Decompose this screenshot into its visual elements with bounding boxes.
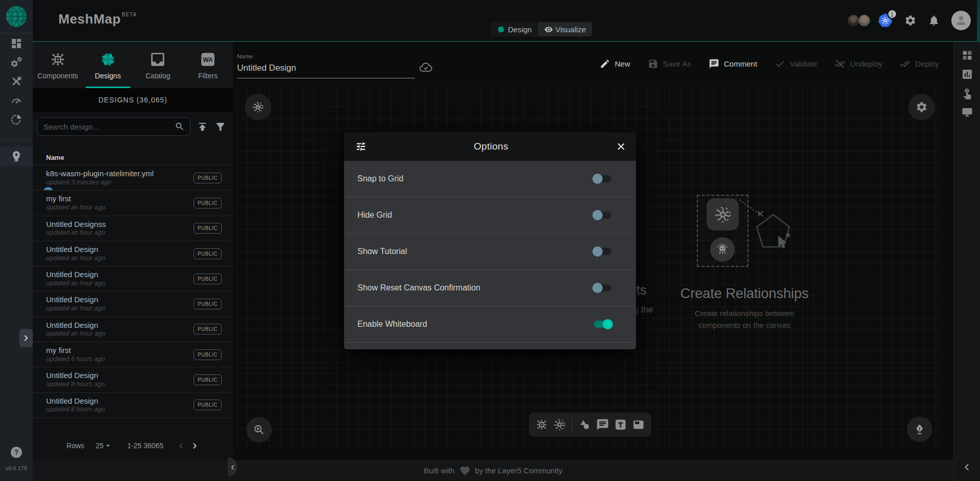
- action-comment[interactable]: Comment: [709, 58, 757, 69]
- options-modal-title: Options: [367, 141, 615, 152]
- save-icon: [648, 58, 658, 69]
- collaborator-peek-avatar: [43, 187, 53, 191]
- wa-icon: [199, 51, 217, 68]
- left-rail: ? v0.6.176: [0, 0, 33, 481]
- dock-k8s-button[interactable]: [553, 418, 566, 431]
- toggle-hide-grid[interactable]: [594, 212, 611, 219]
- filter-icon[interactable]: [215, 121, 226, 133]
- mode-design[interactable]: Design: [491, 22, 538, 36]
- clipped-hint-text-1: ts: [636, 283, 646, 298]
- search-box[interactable]: [37, 117, 190, 136]
- top-header: MeshMapBETA DesignVisualize 1: [33, 0, 980, 41]
- right-rail-chart-button[interactable]: [961, 68, 973, 80]
- comment-icon: [596, 418, 609, 431]
- prev-page-button[interactable]: [177, 442, 185, 450]
- rail-item-meshmap-pin[interactable]: [0, 147, 33, 166]
- toggle-show-reset-canvas-confirmation[interactable]: [594, 284, 611, 291]
- design-row[interactable]: Untitled Design updated an hour ago PUBL…: [33, 266, 233, 291]
- design-row[interactable]: Untitled Design updated an hour ago PUBL…: [33, 317, 233, 342]
- service-node: [710, 237, 735, 262]
- dblcheck-icon: [900, 58, 910, 69]
- page-size-select[interactable]: 25: [96, 441, 113, 450]
- next-page-button[interactable]: [190, 442, 199, 450]
- settings-button[interactable]: [904, 14, 917, 27]
- action-new[interactable]: New: [600, 58, 630, 69]
- kubernetes-context-badge: 1: [887, 9, 897, 19]
- help-icon[interactable]: ?: [11, 447, 22, 458]
- notifications-button[interactable]: [928, 14, 940, 27]
- collaborator-avatar-2[interactable]: [859, 15, 870, 26]
- rail-item-configuration[interactable]: [0, 75, 33, 88]
- design-row[interactable]: my first updated an hour ago PUBLIC: [33, 191, 233, 216]
- options-modal-header: Options: [344, 132, 636, 161]
- tab-catalog[interactable]: Catalog: [133, 42, 183, 88]
- design-row[interactable]: Untitled Design updated an hour ago PUBL…: [33, 241, 233, 266]
- design-row[interactable]: Untitled Design updated 8 hours ago PUBL…: [33, 393, 233, 418]
- footer-text-prefix: Built with: [424, 466, 455, 475]
- collapse-right-rail-button[interactable]: [962, 462, 972, 472]
- hint-subtitle: Create relationships between components …: [678, 307, 811, 331]
- dock-image-button[interactable]: [632, 418, 645, 431]
- rail-item-extensions[interactable]: [0, 113, 33, 126]
- touch-icon: [961, 87, 973, 99]
- option-row: Enable Whiteboard: [344, 306, 636, 343]
- design-row[interactable]: k8s-wasm-plugin-ratelimiter.yml updated …: [33, 165, 233, 191]
- rail-item-performance[interactable]: [0, 94, 33, 107]
- design-name-label: Name: [237, 53, 415, 59]
- mode-toggle: DesignVisualize: [491, 22, 592, 36]
- user-avatar[interactable]: [951, 11, 971, 30]
- layer5-logo[interactable]: [0, 0, 33, 33]
- tab-filters[interactable]: Filters: [183, 42, 233, 88]
- option-row: Show Tutorial: [344, 234, 636, 270]
- rail-item-dashboard[interactable]: [0, 37, 33, 50]
- right-rail-touch-button[interactable]: [961, 87, 973, 99]
- design-row[interactable]: Untitled Designss updated an hour ago PU…: [33, 216, 233, 241]
- mode-visualize[interactable]: Visualize: [538, 22, 592, 36]
- comment-icon: [709, 58, 719, 69]
- whiteboard-pen-button[interactable]: [907, 416, 932, 442]
- pagination-range: 1-25 36065: [127, 442, 163, 450]
- image-icon: [632, 418, 645, 431]
- design-row[interactable]: my first updated 6 hours ago PUBLIC: [33, 342, 233, 367]
- canvas-settings-button[interactable]: [908, 94, 935, 120]
- dock-shapes-button[interactable]: [578, 418, 591, 431]
- canvas-actions: New Save As Comment Validate Undeploy De…: [600, 58, 939, 69]
- tab-components[interactable]: Components: [33, 42, 83, 88]
- design-row[interactable]: Untitled Design updated an hour ago PUBL…: [33, 291, 233, 317]
- action-undeploy[interactable]: Undeploy: [835, 58, 882, 69]
- search-input[interactable]: [44, 122, 175, 131]
- canvas-dock: [529, 412, 651, 437]
- dock-components-button[interactable]: [535, 418, 548, 431]
- spiral-icon: [497, 25, 505, 34]
- kubernetes-canvas-button[interactable]: [245, 94, 271, 120]
- meshmap-pin-icon: [10, 150, 23, 162]
- right-rail-grid4-button[interactable]: [961, 49, 973, 61]
- zoom-button[interactable]: [246, 417, 272, 443]
- tune-icon: [355, 141, 367, 152]
- pagination: Rows 25 1-25 36065: [33, 435, 233, 456]
- collaborator-avatars[interactable]: [848, 14, 870, 27]
- import-design-icon[interactable]: [197, 121, 208, 133]
- toggle-snap-to-grid[interactable]: [594, 175, 611, 182]
- toggle-enable-whiteboard[interactable]: [594, 321, 611, 328]
- designs-panel: Components Designs Catalog Filters DESIG…: [33, 42, 233, 460]
- dock-comment-button[interactable]: [596, 418, 609, 431]
- toggle-show-tutorial[interactable]: [594, 248, 611, 255]
- action-save-as[interactable]: Save As: [648, 58, 691, 69]
- dock-text-button[interactable]: [614, 418, 627, 431]
- action-validate[interactable]: Validate: [775, 58, 817, 69]
- rail-item-lifecycle[interactable]: [0, 56, 33, 69]
- close-icon[interactable]: [615, 141, 627, 152]
- kubernetes-context-button[interactable]: 1: [878, 13, 893, 28]
- pentagon-shape: [753, 211, 794, 252]
- design-row[interactable]: Untitled Design updated 8 hours ago PUBL…: [33, 367, 233, 392]
- section-title: DESIGNS (36,065): [33, 88, 233, 112]
- design-name-input[interactable]: [237, 59, 415, 78]
- right-rail-monitor-button[interactable]: [961, 106, 973, 118]
- tab-designs[interactable]: Designs: [83, 42, 133, 88]
- option-row: Hide Grid: [344, 197, 636, 234]
- column-header-name: Name: [33, 141, 233, 165]
- collaborator-avatar-1[interactable]: [848, 15, 859, 26]
- sidebar-expand-button[interactable]: [19, 329, 33, 347]
- action-deploy[interactable]: Deploy: [900, 58, 939, 69]
